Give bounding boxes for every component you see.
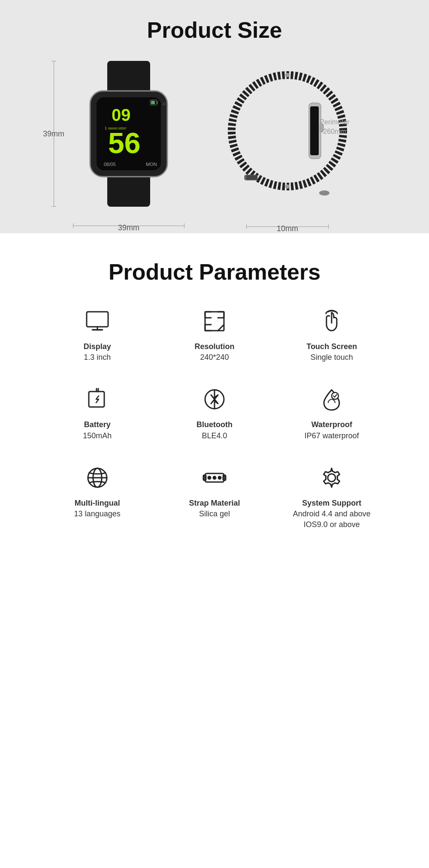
svg-point-18: [319, 190, 329, 196]
svg-text:56: 56: [108, 127, 141, 159]
param-battery: Battery 150mAh: [43, 384, 151, 441]
svg-rect-26: [87, 312, 108, 327]
param-touch: Touch Screen Single touch: [278, 306, 386, 363]
watch-front-wrapper: 39mm □ 09: [73, 61, 184, 207]
svg-rect-1: [107, 172, 150, 207]
width-label: 39mm: [118, 223, 139, 232]
monitor-icon: [82, 306, 112, 336]
svg-text:MON: MON: [146, 162, 157, 167]
watch-side-svg: Perimeter 260mm: [219, 60, 356, 206]
svg-text:🚶: 🚶: [104, 126, 108, 130]
param-multilingual: Multi-lingual 13 languages: [43, 463, 151, 530]
resolution-icon: [199, 306, 230, 336]
svg-text:09: 09: [112, 105, 131, 124]
globe-icon: [82, 463, 112, 493]
svg-point-22: [285, 73, 290, 77]
svg-text:260mm: 260mm: [323, 128, 346, 135]
multilingual-label: Multi-lingual 13 languages: [74, 498, 121, 519]
product-size-title: Product Size: [9, 17, 420, 43]
svg-point-44: [218, 476, 221, 479]
product-size-section: Product Size 39mm: [0, 0, 429, 233]
svg-point-42: [208, 476, 211, 479]
strap-label: Strap Material Silica gel: [189, 498, 240, 519]
watch-front-svg: □ 09 🚶 IIIIIIIIIII 06597 56 08/05 MON: [73, 61, 184, 207]
svg-rect-46: [223, 475, 226, 480]
waterproof-label: Waterproof IP67 waterproof: [305, 419, 359, 441]
svg-point-47: [328, 474, 335, 482]
touch-icon: [317, 306, 347, 336]
display-label: Display 1.3 inch: [84, 341, 111, 363]
svg-text:08/05: 08/05: [104, 162, 116, 167]
product-params-section: Product Parameters Display 1.3 inch: [0, 233, 429, 564]
strap-icon: [199, 463, 230, 493]
product-params-title: Product Parameters: [17, 259, 412, 285]
param-strap: Strap Material Silica gel: [160, 463, 269, 530]
bluetooth-icon: [199, 384, 230, 414]
svg-rect-21: [310, 106, 319, 155]
battery-label: Battery 150mAh: [83, 419, 112, 441]
touch-label: Touch Screen Single touch: [306, 341, 357, 363]
params-grid: Display 1.3 inch Resolution 240*240: [43, 306, 386, 530]
height-label: 39mm: [43, 130, 64, 139]
param-system: System Support Android 4.4 and above IOS…: [278, 463, 386, 530]
battery-icon: [82, 384, 112, 414]
param-bluetooth: Bluetooth BLE4.0: [160, 384, 269, 441]
watch-side-wrapper: Perimeter 260mm 10mm: [219, 60, 356, 208]
watches-container: 39mm □ 09: [9, 60, 420, 208]
param-display: Display 1.3 inch: [43, 306, 151, 363]
svg-point-37: [332, 392, 338, 399]
param-resolution: Resolution 240*240: [160, 306, 269, 363]
svg-rect-7: [151, 101, 155, 104]
svg-point-23: [285, 184, 290, 189]
bluetooth-label: Bluetooth BLE4.0: [196, 419, 233, 441]
svg-rect-45: [203, 475, 206, 480]
svg-rect-0: [107, 61, 150, 95]
svg-text:□: □: [163, 102, 166, 106]
waterproof-icon: [317, 384, 347, 414]
svg-rect-16: [245, 175, 257, 180]
svg-point-43: [213, 476, 216, 479]
param-waterproof: Waterproof IP67 waterproof: [278, 384, 386, 441]
svg-text:Perimeter: Perimeter: [320, 118, 350, 126]
system-icon: [317, 463, 347, 493]
system-label: System Support Android 4.4 and above IOS…: [293, 498, 371, 530]
resolution-label: Resolution 240*240: [194, 341, 234, 363]
thickness-label: 10mm: [277, 224, 298, 233]
svg-line-31: [218, 325, 224, 331]
